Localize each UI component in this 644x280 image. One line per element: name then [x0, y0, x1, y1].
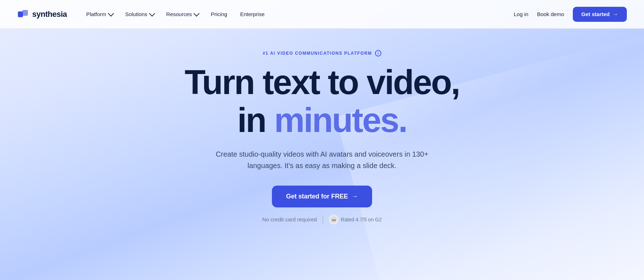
nav-item-solutions[interactable]: Solutions: [120, 8, 158, 20]
logo-icon: [17, 9, 29, 20]
nav-login[interactable]: Log in: [514, 11, 528, 17]
hero-cta-arrow: →: [352, 193, 358, 200]
hero-section: #1 AI VIDEO COMMUNICATIONS PLATFORM i Tu…: [0, 29, 644, 239]
arrow-right-icon: →: [613, 11, 618, 18]
hero-badge-text: #1 AI VIDEO COMMUNICATIONS PLATFORM: [263, 51, 372, 56]
no-credit-card-text: No credit card required: [262, 216, 317, 222]
divider: [323, 215, 323, 224]
nav-item-pricing[interactable]: Pricing: [206, 8, 232, 20]
svg-text:G2: G2: [332, 218, 336, 222]
logo-text: synthesia: [32, 10, 67, 19]
nav-pricing-label: Pricing: [211, 11, 227, 17]
svg-rect-1: [22, 10, 28, 16]
hero-title-line2: in minutes.: [237, 102, 407, 138]
nav-left: synthesia Platform Solutions Resources P…: [17, 8, 270, 20]
hero-subtitle: Create studio-quality videos with AI ava…: [211, 148, 433, 171]
nav-right: Log in Book demo Get started →: [514, 7, 627, 22]
hero-cta-label: Get started for FREE: [286, 193, 348, 200]
nav-item-resources[interactable]: Resources: [161, 8, 203, 20]
hero-title-line2-prefix: in: [237, 101, 274, 139]
nav-item-enterprise[interactable]: Enterprise: [235, 8, 269, 20]
hero-title-line1: Turn text to video,: [185, 65, 459, 99]
nav-solutions-label: Solutions: [125, 11, 147, 17]
nav-get-started-button[interactable]: Get started →: [573, 7, 627, 22]
chevron-down-icon: [194, 10, 200, 16]
nav-links: Platform Solutions Resources Pricing Ent…: [81, 8, 270, 20]
svg-rect-0: [18, 11, 23, 17]
chevron-down-icon: [108, 10, 114, 16]
g2-badge: G2 Rated 4.7/5 on G2: [329, 215, 382, 225]
nav-item-platform[interactable]: Platform: [81, 8, 117, 20]
hero-title-highlight: minutes.: [274, 101, 407, 139]
navbar: synthesia Platform Solutions Resources P…: [0, 0, 644, 29]
info-icon[interactable]: i: [375, 50, 381, 57]
g2-rating-text: Rated 4.7/5 on G2: [341, 217, 382, 222]
nav-cta-label: Get started: [581, 11, 610, 17]
g2-icon: G2: [329, 215, 339, 225]
nav-book-demo[interactable]: Book demo: [537, 11, 564, 17]
nav-enterprise-label: Enterprise: [240, 11, 264, 17]
logo[interactable]: synthesia: [17, 9, 67, 20]
hero-badge: #1 AI VIDEO COMMUNICATIONS PLATFORM i: [263, 50, 381, 57]
nav-platform-label: Platform: [86, 11, 106, 17]
nav-resources-label: Resources: [166, 11, 192, 17]
social-proof: No credit card required G2 Rated 4.7/5 o…: [262, 215, 382, 225]
chevron-down-icon: [149, 10, 155, 16]
hero-cta-button[interactable]: Get started for FREE →: [272, 186, 372, 207]
